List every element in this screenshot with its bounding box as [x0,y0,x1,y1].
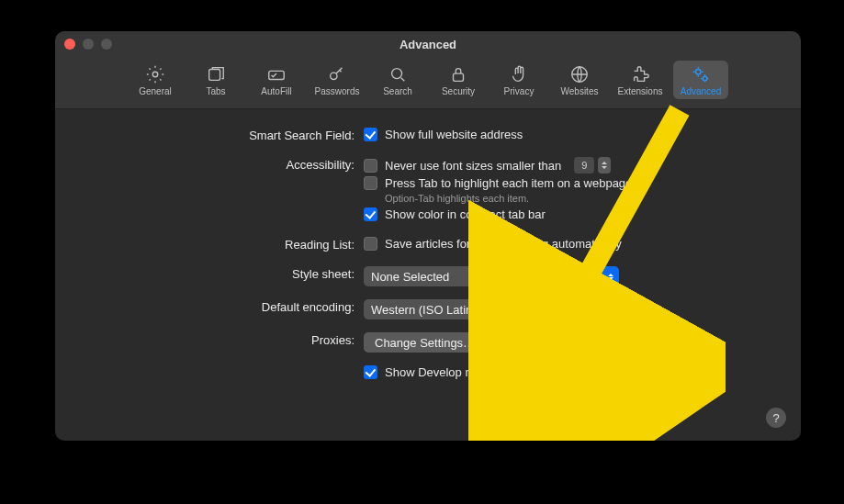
show-full-address-text: Show full website address [385,128,523,141]
globe-icon [569,64,590,84]
traffic-lights [64,39,112,50]
svg-point-7 [696,70,702,75]
gears-icon [691,64,711,84]
proxies-label: Proxies: [88,332,364,347]
show-full-address-checkbox[interactable] [364,128,377,141]
svg-point-8 [703,76,707,81]
search-icon [388,64,408,84]
tab-security[interactable]: Security [431,61,486,99]
smart-search-label: Smart Search Field: [88,128,364,142]
help-button[interactable]: ? [766,408,786,428]
tab-extensions[interactable]: Extensions [613,61,668,99]
close-button[interactable] [64,39,75,50]
reading-list-label: Reading List: [88,237,364,252]
svg-rect-5 [454,73,464,81]
content-area: Smart Search Field: Show full website ad… [55,109,801,404]
preferences-window: Advanced General Tabs AutoFill Passwords… [55,31,801,441]
svg-rect-1 [209,70,220,81]
font-size-stepper[interactable] [598,157,611,174]
svg-point-4 [392,69,402,79]
min-font-text: Never use font sizes smaller than [385,159,561,173]
key-icon [327,64,347,84]
puzzle-icon [630,64,650,84]
tab-tabs[interactable]: Tabs [188,61,243,99]
chevron-updown-icon [602,266,619,286]
press-tab-text: Press Tab to highlight each item on a we… [385,176,632,190]
lock-icon [448,64,468,84]
hand-icon [509,64,529,84]
toolbar: General Tabs AutoFill Passwords Search S… [55,58,801,109]
tabs-icon [206,64,226,84]
tab-privacy[interactable]: Privacy [491,61,546,99]
style-sheet-select[interactable]: None Selected [364,266,619,286]
autofill-icon [266,64,287,84]
tab-passwords[interactable]: Passwords [309,61,365,99]
tab-advanced[interactable]: Advanced [673,61,728,99]
chevron-updown-icon [602,299,619,319]
show-develop-menu-text: Show Develop menu in menu bar [385,365,561,379]
tab-autofill[interactable]: AutoFill [249,61,304,99]
svg-point-3 [331,73,337,79]
change-settings-button[interactable]: Change Settings… [364,332,486,353]
zoom-button[interactable] [101,39,112,50]
press-tab-checkbox[interactable] [364,176,377,190]
tab-websites[interactable]: Websites [552,61,607,99]
default-encoding-select[interactable]: Western (ISO Latin 1) [364,299,619,319]
gear-icon [145,64,165,84]
compact-tab-color-checkbox[interactable] [364,207,377,221]
style-sheet-label: Style sheet: [88,266,364,281]
tab-general[interactable]: General [128,61,183,99]
compact-tab-color-text: Show color in compact tab bar [385,207,546,221]
accessibility-label: Accessibility: [88,157,364,172]
option-tab-hint: Option-Tab highlights each item. [385,193,768,204]
svg-rect-2 [269,71,285,79]
minimize-button[interactable] [83,39,94,50]
default-encoding-label: Default encoding: [88,299,364,314]
tab-search[interactable]: Search [370,61,425,99]
window-title: Advanced [399,38,456,51]
min-font-checkbox[interactable] [364,159,377,173]
font-size-value[interactable]: 9 [574,157,594,174]
show-develop-menu-checkbox[interactable] [364,365,377,379]
save-offline-checkbox[interactable] [364,237,377,251]
save-offline-text: Save articles for offline reading automa… [385,237,622,251]
svg-point-0 [152,72,158,77]
titlebar: Advanced [55,31,801,58]
